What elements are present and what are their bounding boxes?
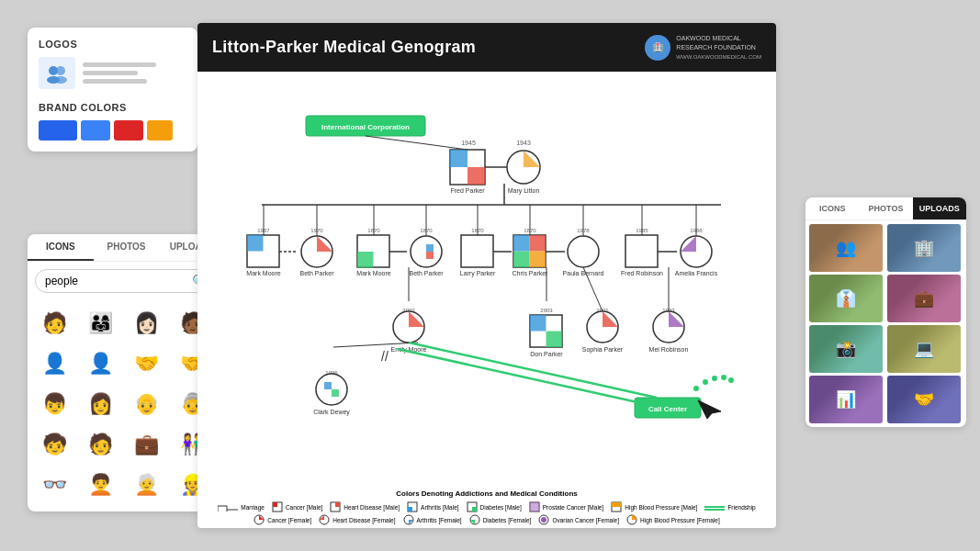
icon-item[interactable]: 👤 [83,346,118,381]
legend-arthritis-male: Arthritis [Male] [407,501,459,512]
svg-rect-87 [324,382,332,389]
right-panel: ICONS PHOTOS UPLOADS 👥 🏢 👔 💼 📸 💻 📊 🤝 [805,197,966,427]
photo-overlay: 💻 [887,325,961,373]
legend-friendship: Friendship [704,501,755,512]
svg-rect-10 [467,167,485,185]
photo-overlay: 👥 [809,224,883,272]
genogram-title: Litton-Parker Medical Genogram [212,38,476,57]
genogram-svg: International Corporation 1945 1943 Fred… [197,72,776,494]
svg-rect-47 [513,235,530,252]
photo-thumb[interactable]: 📸 [809,325,883,373]
legend-diabetes-male: Diabetes [Male] [467,501,522,512]
photo-thumb[interactable]: 🏢 [887,224,961,272]
photo-thumb[interactable]: 💼 [887,275,961,322]
foundation-logo: 🏥 OAKWOOD MEDICALRESEARCH FOUNDATIONwww.… [645,34,761,61]
svg-line-95 [398,349,646,404]
icon-item[interactable]: 👨‍👩‍👧 [83,306,118,341]
svg-text:1945: 1945 [461,140,476,146]
icon-item[interactable]: 🧒 [37,427,72,462]
legend-prostate-male: Prostate Cancer [Male] [529,501,603,512]
svg-rect-30 [357,252,374,268]
svg-rect-37 [426,252,434,259]
photo-thumb[interactable]: 🤝 [887,376,961,423]
logo-icon [39,57,75,89]
svg-point-100 [721,375,727,380]
icon-item[interactable]: 👤 [37,346,72,381]
icons-panel: ICONS PHOTOS UPLOADS 🔍 🧑 👨‍👩‍👧 👩🏻 🧑🏾 👤 👤… [28,234,225,512]
photo-overlay: 🤝 [887,376,961,423]
svg-point-101 [728,377,734,383]
brand-colors-row [39,120,186,141]
search-bar: 🔍 [35,269,218,293]
svg-text:2003: 2003 [540,308,553,313]
svg-rect-105 [273,502,277,507]
color-swatch-lightblue [81,120,110,141]
icon-item[interactable]: 👦 [37,387,72,422]
legend-hbp-female: High Blood Pressure [Female] [626,514,720,525]
svg-rect-113 [530,502,539,512]
foundation-text: OAKWOOD MEDICALRESEARCH FOUNDATIONwww.oa… [676,34,761,61]
icon-item[interactable]: 🧑‍🦳 [130,467,164,502]
icon-item[interactable]: 👩 [83,387,118,422]
icon-item[interactable]: 🧑 [37,306,72,341]
genogram-header: Litton-Parker Medical Genogram 🏥 OAKWOOD… [197,23,776,72]
photo-thumb[interactable]: 👥 [809,224,883,272]
icon-item[interactable]: 🤝 [130,346,164,381]
svg-text:Mark Moore: Mark Moore [246,270,280,276]
color-swatch-blue [39,120,77,141]
svg-point-55 [568,236,599,267]
svg-text:Beth Parker: Beth Parker [300,270,335,276]
tab-photos[interactable]: PHOTOS [94,234,160,261]
search-input[interactable] [45,275,188,287]
legend-area: Colors Denoting Addictions and Medical C… [197,486,776,528]
photo-thumb[interactable]: 👔 [809,275,883,322]
svg-text:Larry Parker: Larry Parker [460,270,496,277]
svg-text:1943: 1943 [516,140,531,146]
legend-cancer-female: Cancer [Female] [253,514,311,525]
photo-overlay: 📸 [809,325,883,373]
svg-rect-107 [335,502,340,507]
legend-heart-male: Heart Disease [Male] [330,501,400,512]
photo-thumb[interactable]: 📊 [809,376,883,423]
right-tab-icons[interactable]: ICONS [805,197,859,219]
svg-text:Chris Parker: Chris Parker [513,270,549,276]
legend-heart-female: Heart Disease [Female] [319,514,395,525]
svg-rect-50 [530,252,546,268]
icon-item[interactable]: 🧑‍🦱 [83,467,118,502]
icon-item[interactable]: 👓 [37,467,72,502]
svg-point-1 [56,66,65,75]
svg-rect-36 [426,244,434,252]
tab-icons[interactable]: ICONS [28,234,94,261]
icon-item[interactable]: 💼 [130,427,164,462]
logos-panel: LOGOS BRAND COLORS [28,28,197,152]
svg-rect-115 [612,502,621,507]
svg-rect-109 [408,507,412,512]
photo-thumb[interactable]: 💻 [887,325,961,373]
icon-item[interactable]: 👩🏻 [130,306,164,341]
legend-arthritis-female: Arthritis [Female] [403,514,462,525]
svg-rect-20 [247,235,264,252]
right-tab-photos[interactable]: PHOTOS [859,197,912,219]
svg-rect-59 [625,235,658,267]
svg-text:Mary Litton: Mary Litton [508,187,540,195]
photos-grid: 👥 🏢 👔 💼 📸 💻 📊 🤝 [805,220,966,427]
right-panel-tabs: ICONS PHOTOS UPLOADS [805,197,966,220]
svg-marker-96 [698,400,721,419]
svg-text:Amelia Francis: Amelia Francis [675,270,718,276]
svg-point-123 [541,517,546,523]
svg-rect-88 [332,389,339,397]
legend-ovarian-female: Ovarian Cancer [Female] [538,514,619,525]
right-tab-uploads[interactable]: UPLOADS [913,197,966,219]
svg-text:Sophia Parker: Sophia Parker [582,346,624,354]
svg-rect-9 [450,150,467,167]
icon-item[interactable]: 🧑 [83,427,118,462]
svg-text:Fred Robinson: Fred Robinson [621,270,663,276]
legend-diabetes-female: Diabetes [Female] [469,514,532,525]
svg-text:International Corporation: International Corporation [321,123,410,131]
icon-item[interactable]: 👴 [130,387,164,422]
svg-line-15 [366,136,467,150]
genogram-body: International Corporation 1945 1943 Fred… [197,72,776,528]
svg-rect-74 [530,315,546,332]
svg-rect-49 [513,252,530,268]
svg-point-3 [54,76,67,84]
